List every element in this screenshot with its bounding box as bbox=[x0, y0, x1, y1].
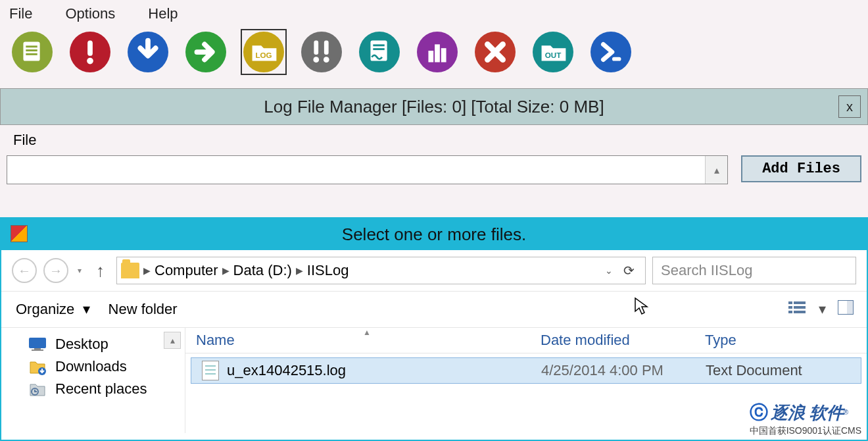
download-icon[interactable] bbox=[125, 29, 171, 75]
file-name-text: u_ex14042515.log bbox=[227, 362, 346, 379]
svg-rect-13 bbox=[373, 48, 384, 50]
panel-header: Log File Manager [Files: 0] [Total Size:… bbox=[0, 88, 868, 125]
organize-menu[interactable]: Organize ▾ bbox=[16, 301, 90, 318]
log-folder-icon[interactable]: LOG bbox=[241, 29, 287, 75]
nav-back-icon[interactable]: ← bbox=[12, 258, 37, 283]
dialog-titlebar: Select one or more files. bbox=[1, 219, 867, 250]
double-alert-icon[interactable] bbox=[299, 29, 345, 75]
go-icon[interactable] bbox=[183, 29, 229, 75]
svg-rect-16 bbox=[441, 48, 446, 62]
svg-rect-4 bbox=[87, 41, 93, 56]
svg-rect-29 bbox=[32, 350, 43, 351]
panel-title: Log File Manager [Files: 0] [Total Size:… bbox=[264, 97, 604, 117]
file-list-row: ▴ Add Files bbox=[0, 155, 868, 184]
view-options-icon[interactable] bbox=[788, 300, 807, 319]
file-row[interactable]: u_ex14042515.log 4/25/2014 4:00 PM Text … bbox=[191, 357, 861, 384]
close-icon[interactable] bbox=[472, 29, 518, 75]
out-folder-icon[interactable]: OUT bbox=[530, 29, 576, 75]
dialog-nav-row: ← → ▾ ↑ ▶ Computer ▶ Data (D:) ▶ IISLog … bbox=[1, 250, 867, 292]
main-toolbar: LOGOUT bbox=[0, 26, 868, 88]
menu-file[interactable]: File bbox=[9, 5, 32, 22]
sidebar-label: Recent places bbox=[55, 380, 147, 398]
recent-places-icon bbox=[28, 380, 47, 398]
explorer-body: ▴ Desktop Downloads Recent places Name▲ … bbox=[1, 328, 867, 433]
file-date-cell: 4/25/2014 4:00 PM bbox=[541, 362, 706, 379]
svg-text:LOG: LOG bbox=[255, 51, 272, 59]
folder-icon bbox=[121, 263, 139, 278]
alert-icon[interactable] bbox=[67, 29, 113, 75]
mouse-cursor-icon bbox=[634, 297, 650, 321]
sidebar-item-downloads[interactable]: Downloads bbox=[28, 355, 185, 378]
new-folder-button[interactable]: New folder bbox=[108, 301, 178, 318]
search-input[interactable]: Search IISLog bbox=[652, 257, 856, 284]
sidebar-item-recent[interactable]: Recent places bbox=[28, 378, 185, 400]
chevron-right-icon: ▶ bbox=[143, 265, 151, 276]
column-date[interactable]: Date modified bbox=[541, 332, 705, 349]
search-placeholder: Search IISLog bbox=[661, 262, 752, 279]
chart-icon[interactable] bbox=[414, 29, 460, 75]
svg-rect-9 bbox=[324, 41, 329, 55]
svg-rect-24 bbox=[794, 311, 806, 313]
svg-rect-28 bbox=[34, 348, 41, 350]
sidebar-scroll-up-icon[interactable]: ▴ bbox=[164, 332, 181, 349]
column-name[interactable]: Name▲ bbox=[185, 332, 541, 349]
svg-rect-22 bbox=[794, 306, 806, 309]
svg-text:OUT: OUT bbox=[545, 51, 562, 59]
crumb-folder[interactable]: IISLog bbox=[307, 262, 349, 279]
svg-rect-3 bbox=[26, 53, 37, 55]
svg-rect-7 bbox=[314, 41, 318, 55]
powershell-icon[interactable] bbox=[588, 29, 634, 75]
downloads-icon bbox=[28, 358, 47, 375]
crumb-dropdown-icon[interactable]: ⌄ bbox=[605, 265, 613, 276]
nav-history-dropdown-icon[interactable]: ▾ bbox=[75, 266, 84, 275]
svg-point-5 bbox=[87, 58, 93, 65]
desktop-icon bbox=[28, 336, 47, 352]
nav-forward-icon[interactable]: → bbox=[43, 258, 68, 283]
panel-close-button[interactable]: x bbox=[838, 95, 861, 118]
main-menubar: File Options Help bbox=[0, 0, 868, 26]
svg-rect-1 bbox=[26, 45, 37, 47]
document-wave-icon[interactable] bbox=[356, 29, 402, 75]
svg-rect-2 bbox=[26, 49, 37, 51]
sidebar-label: Desktop bbox=[55, 336, 108, 353]
explorer-sidebar: ▴ Desktop Downloads Recent places bbox=[1, 328, 185, 433]
svg-rect-27 bbox=[29, 338, 46, 348]
svg-rect-23 bbox=[788, 311, 792, 313]
dialog-title-text: Select one or more files. bbox=[342, 224, 526, 245]
dialog-toolbar: Organize ▾ New folder ▾ bbox=[1, 292, 867, 328]
file-open-dialog: Select one or more files. ← → ▾ ↑ ▶ Comp… bbox=[0, 217, 868, 441]
refresh-icon[interactable]: ⟳ bbox=[617, 263, 641, 278]
svg-rect-14 bbox=[428, 51, 433, 62]
svg-rect-19 bbox=[788, 301, 792, 304]
breadcrumb-box[interactable]: ▶ Computer ▶ Data (D:) ▶ IISLog ⌄ ⟳ bbox=[116, 257, 646, 284]
add-files-button[interactable]: Add Files bbox=[741, 155, 861, 182]
nav-up-icon[interactable]: ↑ bbox=[91, 261, 110, 281]
svg-rect-26 bbox=[847, 300, 854, 315]
svg-rect-21 bbox=[788, 306, 792, 309]
crumb-drive[interactable]: Data (D:) bbox=[233, 262, 292, 279]
column-headers: Name▲ Date modified Type bbox=[185, 328, 867, 353]
scroll-up-icon[interactable]: ▴ bbox=[705, 156, 727, 184]
file-type-cell: Text Document bbox=[706, 362, 802, 379]
svg-rect-20 bbox=[794, 301, 806, 304]
file-name-cell: u_ex14042515.log bbox=[191, 361, 541, 380]
text-file-icon bbox=[202, 361, 219, 380]
panel-submenu-file[interactable]: File bbox=[13, 132, 36, 148]
column-type[interactable]: Type bbox=[705, 332, 867, 349]
panel-submenu: File bbox=[0, 125, 868, 155]
svg-point-8 bbox=[313, 57, 319, 63]
svg-rect-18 bbox=[612, 57, 621, 61]
svg-rect-15 bbox=[435, 44, 440, 62]
preview-pane-icon[interactable] bbox=[838, 300, 854, 319]
crumb-computer[interactable]: Computer bbox=[155, 262, 218, 279]
svg-rect-12 bbox=[373, 44, 384, 46]
sidebar-label: Downloads bbox=[55, 358, 127, 375]
menu-options[interactable]: Options bbox=[65, 5, 115, 22]
document-icon[interactable] bbox=[9, 29, 55, 75]
chevron-right-icon: ▶ bbox=[296, 265, 303, 276]
view-dropdown-icon[interactable]: ▾ bbox=[819, 301, 826, 318]
dialog-app-icon bbox=[11, 225, 28, 242]
sidebar-item-desktop[interactable]: Desktop bbox=[28, 333, 185, 355]
menu-help[interactable]: Help bbox=[148, 5, 178, 22]
file-listbox[interactable]: ▴ bbox=[7, 155, 728, 184]
